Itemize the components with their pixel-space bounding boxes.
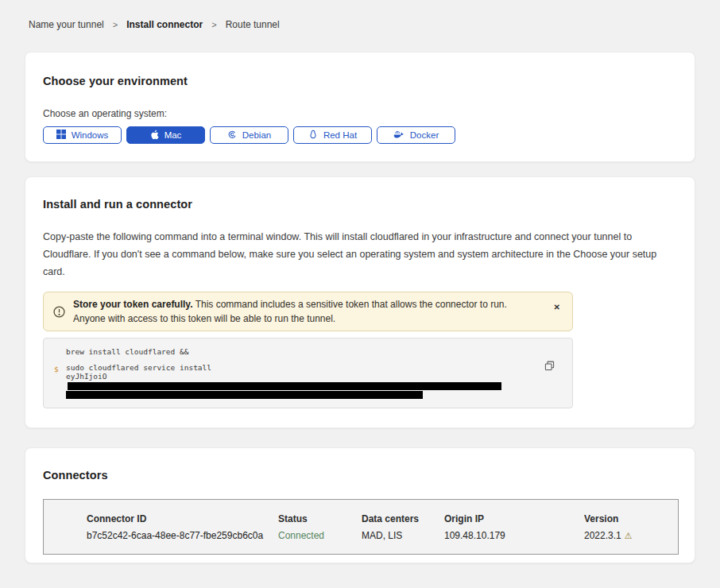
breadcrumb-separator: > bbox=[113, 20, 118, 29]
cell-data-centers: MAD, LIS bbox=[362, 530, 444, 541]
debian-icon bbox=[227, 130, 237, 141]
os-button-windows[interactable]: Windows bbox=[43, 126, 122, 144]
code-line-4 bbox=[66, 390, 540, 400]
os-button-group: Windows Mac Debian Red Hat bbox=[43, 126, 677, 144]
cell-connector-id: b7c52c42-6caa-48ee-8c77-fbe259cb6c0a bbox=[87, 530, 278, 541]
connectors-card-title: Connectors bbox=[43, 469, 677, 482]
shell-prompt: $ bbox=[54, 365, 59, 374]
os-button-label: Mac bbox=[165, 130, 182, 140]
page: Name your tunnel > Install connector > R… bbox=[0, 0, 720, 563]
install-description: Copy-paste the following command into a … bbox=[43, 228, 677, 280]
install-command-code-block: $ brew install cloudflared && sudo cloud… bbox=[43, 338, 573, 408]
os-button-label: Debian bbox=[242, 130, 271, 140]
os-button-debian[interactable]: Debian bbox=[210, 126, 288, 144]
os-button-docker[interactable]: Docker bbox=[377, 126, 455, 144]
os-button-redhat[interactable]: Red Hat bbox=[293, 126, 372, 144]
cell-origin-ip: 109.48.10.179 bbox=[444, 530, 584, 541]
warning-triangle-icon: ⚠ bbox=[625, 531, 633, 541]
column-header-origin-ip: Origin IP bbox=[444, 513, 584, 524]
os-button-label: Docker bbox=[410, 130, 439, 140]
install-connector-card: Install and run a connector Copy-paste t… bbox=[25, 176, 695, 428]
os-button-label: Windows bbox=[72, 130, 109, 140]
connectors-table: Connector ID Status Data centers Origin … bbox=[43, 499, 679, 555]
alert-circle-icon bbox=[53, 306, 65, 318]
code-line-1: brew install cloudflared && bbox=[66, 347, 540, 357]
connectors-card: Connectors Connector ID Status Data cent… bbox=[25, 447, 695, 563]
os-select-label: Choose an operating system: bbox=[43, 108, 677, 119]
install-card-title: Install and run a connector bbox=[43, 198, 677, 211]
token-warning-banner: Store your token carefully. This command… bbox=[43, 292, 573, 331]
token-warning-text: Store your token carefully. This command… bbox=[73, 297, 540, 326]
breadcrumb-item-name-your-tunnel[interactable]: Name your tunnel bbox=[29, 19, 104, 30]
token-prefix: eyJhIjoiO bbox=[66, 372, 106, 381]
copy-icon[interactable] bbox=[544, 361, 555, 371]
code-line-3: eyJhIjoiO bbox=[66, 372, 540, 390]
redhat-icon bbox=[308, 130, 318, 141]
breadcrumb-item-route-tunnel[interactable]: Route tunnel bbox=[226, 19, 280, 30]
close-icon[interactable]: ✕ bbox=[554, 304, 560, 311]
os-button-mac[interactable]: Mac bbox=[126, 126, 205, 144]
docker-icon bbox=[393, 130, 405, 141]
redaction-bar bbox=[66, 391, 423, 399]
cell-version: 2022.3.1⚠ bbox=[584, 530, 678, 541]
windows-icon bbox=[56, 130, 66, 141]
environment-card-title: Choose your environment bbox=[43, 75, 677, 87]
os-button-label: Red Hat bbox=[323, 130, 357, 140]
column-header-version: Version bbox=[584, 513, 678, 524]
breadcrumb-separator: > bbox=[211, 20, 216, 29]
apple-icon bbox=[150, 130, 159, 141]
breadcrumb-item-install-connector[interactable]: Install connector bbox=[126, 19, 203, 30]
environment-card: Choose your environment Choose an operat… bbox=[25, 52, 695, 162]
token-warning-bold: Store your token carefully. bbox=[73, 299, 193, 310]
redaction-bar bbox=[68, 382, 501, 390]
column-header-connector-id: Connector ID bbox=[87, 513, 278, 524]
code-line-2: sudo cloudflared service install bbox=[66, 363, 540, 373]
breadcrumb: Name your tunnel > Install connector > R… bbox=[25, 0, 695, 30]
cell-status: Connected bbox=[278, 530, 362, 541]
column-header-data-centers: Data centers bbox=[362, 513, 444, 524]
column-header-status: Status bbox=[278, 513, 362, 524]
